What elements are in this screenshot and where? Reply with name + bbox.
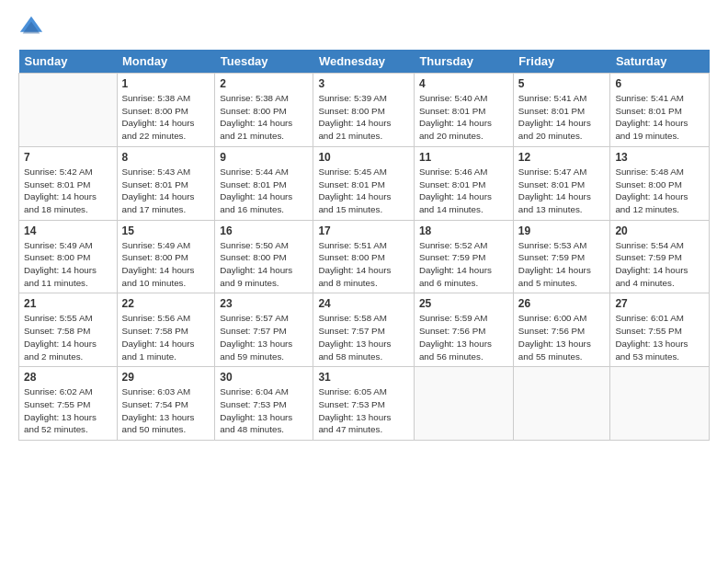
day-number: 21 [24, 297, 112, 310]
day-number: 9 [220, 151, 308, 164]
calendar-cell: 5Sunrise: 5:41 AM Sunset: 8:01 PM Daylig… [513, 74, 610, 147]
calendar-cell: 7Sunrise: 5:42 AM Sunset: 8:01 PM Daylig… [19, 146, 118, 220]
calendar-cell: 4Sunrise: 5:40 AM Sunset: 8:01 PM Daylig… [414, 74, 513, 147]
calendar-cell: 11Sunrise: 5:46 AM Sunset: 8:01 PM Dayli… [414, 146, 513, 220]
day-number: 20 [615, 224, 704, 237]
logo [18, 15, 46, 40]
calendar-cell: 22Sunrise: 5:56 AM Sunset: 7:58 PM Dayli… [117, 293, 215, 367]
day-info: Sunrise: 6:01 AM Sunset: 7:55 PM Dayligh… [615, 312, 704, 362]
day-info: Sunrise: 5:59 AM Sunset: 7:56 PM Dayligh… [419, 312, 508, 362]
weekday-header-saturday: Saturday [610, 50, 710, 74]
calendar-cell: 27Sunrise: 6:01 AM Sunset: 7:55 PM Dayli… [610, 293, 710, 367]
calendar-cell: 12Sunrise: 5:47 AM Sunset: 8:01 PM Dayli… [513, 146, 610, 220]
calendar-cell: 23Sunrise: 5:57 AM Sunset: 7:57 PM Dayli… [215, 293, 313, 367]
calendar-cell: 15Sunrise: 5:49 AM Sunset: 8:00 PM Dayli… [117, 220, 215, 293]
day-info: Sunrise: 5:40 AM Sunset: 8:01 PM Dayligh… [419, 92, 508, 143]
day-number: 12 [518, 151, 606, 164]
calendar-cell: 18Sunrise: 5:52 AM Sunset: 7:59 PM Dayli… [414, 220, 513, 293]
calendar-cell [414, 367, 513, 441]
logo-icon [18, 15, 44, 40]
calendar-cell: 21Sunrise: 5:55 AM Sunset: 7:58 PM Dayli… [19, 293, 118, 367]
calendar-week-row: 7Sunrise: 5:42 AM Sunset: 8:01 PM Daylig… [19, 146, 710, 220]
day-number: 17 [318, 224, 409, 237]
calendar-cell: 17Sunrise: 5:51 AM Sunset: 8:00 PM Dayli… [313, 220, 415, 293]
day-info: Sunrise: 5:54 AM Sunset: 7:59 PM Dayligh… [615, 239, 704, 290]
day-number: 16 [220, 224, 308, 237]
day-number: 28 [24, 371, 112, 384]
calendar-week-row: 14Sunrise: 5:49 AM Sunset: 8:00 PM Dayli… [19, 220, 710, 293]
calendar-cell: 13Sunrise: 5:48 AM Sunset: 8:00 PM Dayli… [610, 146, 710, 220]
day-info: Sunrise: 5:58 AM Sunset: 7:57 PM Dayligh… [318, 312, 409, 362]
day-number: 6 [615, 77, 704, 90]
calendar-cell: 2Sunrise: 5:38 AM Sunset: 8:00 PM Daylig… [215, 74, 313, 147]
day-number: 5 [518, 77, 606, 90]
day-number: 29 [122, 371, 210, 384]
day-info: Sunrise: 5:53 AM Sunset: 7:59 PM Dayligh… [518, 239, 606, 290]
day-number: 23 [220, 297, 308, 310]
calendar-cell [610, 367, 710, 441]
day-number: 18 [419, 224, 508, 237]
calendar-cell [19, 74, 118, 147]
calendar-cell: 16Sunrise: 5:50 AM Sunset: 8:00 PM Dayli… [215, 220, 313, 293]
day-info: Sunrise: 5:49 AM Sunset: 8:00 PM Dayligh… [122, 239, 210, 290]
day-info: Sunrise: 5:45 AM Sunset: 8:01 PM Dayligh… [318, 166, 409, 216]
day-number: 19 [518, 224, 606, 237]
day-info: Sunrise: 5:42 AM Sunset: 8:01 PM Dayligh… [24, 166, 112, 216]
calendar-cell: 26Sunrise: 6:00 AM Sunset: 7:56 PM Dayli… [513, 293, 610, 367]
day-info: Sunrise: 5:38 AM Sunset: 8:00 PM Dayligh… [220, 92, 308, 143]
weekday-header-monday: Monday [117, 50, 215, 74]
day-info: Sunrise: 5:46 AM Sunset: 8:01 PM Dayligh… [419, 166, 508, 216]
day-number: 14 [24, 224, 112, 237]
day-info: Sunrise: 5:57 AM Sunset: 7:57 PM Dayligh… [220, 312, 308, 362]
day-number: 10 [318, 151, 409, 164]
calendar-cell: 20Sunrise: 5:54 AM Sunset: 7:59 PM Dayli… [610, 220, 710, 293]
day-info: Sunrise: 6:04 AM Sunset: 7:53 PM Dayligh… [220, 385, 308, 436]
day-number: 26 [518, 297, 606, 310]
day-info: Sunrise: 5:55 AM Sunset: 7:58 PM Dayligh… [24, 312, 112, 362]
day-number: 22 [122, 297, 210, 310]
weekday-header-row: SundayMondayTuesdayWednesdayThursdayFrid… [19, 50, 710, 74]
calendar-cell: 19Sunrise: 5:53 AM Sunset: 7:59 PM Dayli… [513, 220, 610, 293]
day-number: 27 [615, 297, 704, 310]
day-info: Sunrise: 5:49 AM Sunset: 8:00 PM Dayligh… [24, 239, 112, 290]
day-info: Sunrise: 6:00 AM Sunset: 7:56 PM Dayligh… [518, 312, 606, 362]
day-info: Sunrise: 5:43 AM Sunset: 8:01 PM Dayligh… [122, 166, 210, 216]
calendar-cell: 6Sunrise: 5:41 AM Sunset: 8:01 PM Daylig… [610, 74, 710, 147]
day-number: 4 [419, 77, 508, 90]
day-number: 11 [419, 151, 508, 164]
calendar-week-row: 1Sunrise: 5:38 AM Sunset: 8:00 PM Daylig… [19, 74, 710, 147]
weekday-header-friday: Friday [513, 50, 610, 74]
day-info: Sunrise: 6:05 AM Sunset: 7:53 PM Dayligh… [318, 385, 409, 436]
day-info: Sunrise: 5:41 AM Sunset: 8:01 PM Dayligh… [615, 92, 704, 143]
header [18, 15, 710, 40]
day-info: Sunrise: 5:41 AM Sunset: 8:01 PM Dayligh… [518, 92, 606, 143]
day-number: 8 [122, 151, 210, 164]
day-info: Sunrise: 5:44 AM Sunset: 8:01 PM Dayligh… [220, 166, 308, 216]
weekday-header-tuesday: Tuesday [215, 50, 313, 74]
day-number: 2 [220, 77, 308, 90]
day-info: Sunrise: 6:03 AM Sunset: 7:54 PM Dayligh… [122, 385, 210, 436]
calendar-cell: 3Sunrise: 5:39 AM Sunset: 8:00 PM Daylig… [313, 74, 415, 147]
day-number: 30 [220, 371, 308, 384]
calendar-table: SundayMondayTuesdayWednesdayThursdayFrid… [18, 50, 710, 441]
calendar-cell: 14Sunrise: 5:49 AM Sunset: 8:00 PM Dayli… [19, 220, 118, 293]
day-number: 3 [318, 77, 409, 90]
day-number: 24 [318, 297, 409, 310]
day-info: Sunrise: 5:50 AM Sunset: 8:00 PM Dayligh… [220, 239, 308, 290]
calendar-cell: 25Sunrise: 5:59 AM Sunset: 7:56 PM Dayli… [414, 293, 513, 367]
day-number: 13 [615, 151, 704, 164]
calendar-cell: 10Sunrise: 5:45 AM Sunset: 8:01 PM Dayli… [313, 146, 415, 220]
day-info: Sunrise: 5:47 AM Sunset: 8:01 PM Dayligh… [518, 166, 606, 216]
weekday-header-wednesday: Wednesday [313, 50, 415, 74]
day-info: Sunrise: 5:52 AM Sunset: 7:59 PM Dayligh… [419, 239, 508, 290]
calendar-cell [513, 367, 610, 441]
day-number: 31 [318, 371, 409, 384]
calendar-week-row: 28Sunrise: 6:02 AM Sunset: 7:55 PM Dayli… [19, 367, 710, 441]
weekday-header-sunday: Sunday [19, 50, 118, 74]
day-info: Sunrise: 5:39 AM Sunset: 8:00 PM Dayligh… [318, 92, 409, 143]
calendar-cell: 1Sunrise: 5:38 AM Sunset: 8:00 PM Daylig… [117, 74, 215, 147]
calendar-cell: 28Sunrise: 6:02 AM Sunset: 7:55 PM Dayli… [19, 367, 118, 441]
day-info: Sunrise: 5:38 AM Sunset: 8:00 PM Dayligh… [122, 92, 210, 143]
day-info: Sunrise: 6:02 AM Sunset: 7:55 PM Dayligh… [24, 385, 112, 436]
calendar-cell: 9Sunrise: 5:44 AM Sunset: 8:01 PM Daylig… [215, 146, 313, 220]
